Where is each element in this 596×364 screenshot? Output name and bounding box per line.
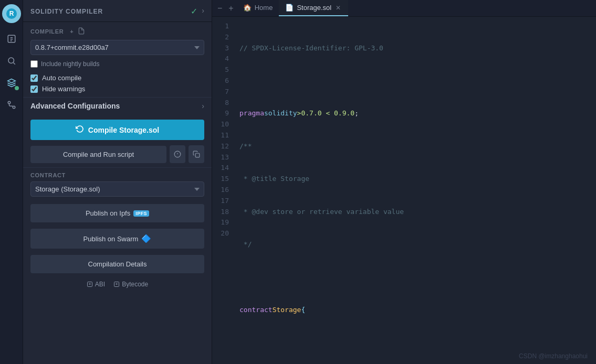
svg-point-3 [8, 58, 14, 63]
code-line-2 [239, 76, 590, 87]
code-line-4: /** [239, 141, 590, 152]
home-tab-icon: 🏠 [243, 4, 252, 12]
abi-link[interactable]: ABI [87, 281, 105, 288]
compile-run-label: Compile and Run script [63, 151, 134, 158]
editor-area[interactable]: 12345 678910 1112131415 1617181920 // SP… [212, 17, 596, 364]
compilation-details-button[interactable]: Compilation Details [30, 255, 204, 273]
publish-ipfs-button[interactable]: Publish on Ipfs IPFS [30, 204, 204, 222]
compiler-section-label: COMPILER + [23, 22, 212, 38]
tab-home[interactable]: 🏠 Home [237, 0, 279, 16]
hide-warnings-checkbox[interactable] [30, 85, 38, 93]
active-badge [15, 86, 19, 90]
icon-rail: R [0, 0, 23, 364]
compiler-version-select[interactable]: 0.8.7+commit.e28d00a70.8.6+commit.11564f… [30, 40, 204, 55]
checkboxes-section: Auto compile Hide warnings [23, 72, 212, 97]
line-numbers: 12345 678910 1112131415 1617181920 [212, 17, 233, 364]
home-tab-label: Home [255, 4, 273, 12]
file-icon[interactable] [78, 27, 85, 36]
swarm-icon: 🔷 [141, 234, 151, 243]
solidity-icon[interactable] [2, 73, 21, 92]
svg-point-6 [13, 106, 15, 109]
bytecode-label: Bytecode [122, 281, 148, 288]
publish-swarm-label: Publish on Swarm [83, 235, 139, 243]
code-line-9: contract Storage { [239, 305, 590, 316]
search-icon[interactable] [2, 51, 21, 70]
app-logo[interactable]: R [2, 4, 21, 23]
code-line-6: * @dev store or retrieve variable value [239, 207, 590, 218]
info-button[interactable] [170, 145, 185, 163]
panel-header-icons: ✓ › [191, 6, 204, 16]
advanced-label: Advanced Configurations [30, 102, 120, 110]
compile-button-label: Compile Storage.sol [88, 126, 159, 134]
svg-text:R: R [9, 10, 14, 17]
file-tab-icon: 📄 [285, 4, 294, 12]
close-tab-icon[interactable]: ✕ [334, 4, 342, 12]
check-icon[interactable]: ✓ [191, 6, 197, 16]
svg-rect-10 [195, 153, 200, 157]
left-panel: SOLIDITY COMPILER ✓ › COMPILER + 0.8.7+c… [23, 0, 212, 364]
code-content[interactable]: // SPDX-License-Identifier: GPL-3.0 prag… [233, 17, 596, 364]
compile-button[interactable]: Compile Storage.sol [30, 120, 204, 140]
auto-compile-checkbox[interactable] [30, 74, 38, 82]
auto-compile-row: Auto compile [30, 74, 204, 82]
compile-icon [76, 125, 84, 135]
zoom-out-button[interactable]: − [214, 2, 225, 15]
publish-ipfs-label: Publish on Ipfs [86, 209, 130, 217]
ipfs-badge: IPFS [133, 210, 149, 217]
auto-compile-label: Auto compile [42, 74, 81, 82]
copy-button[interactable] [189, 145, 204, 163]
right-panel: − + 🏠 Home 📄 Storage.sol ✕ 12345 678910 … [212, 0, 596, 364]
nightly-row: Include nightly builds [23, 58, 212, 72]
contract-label: CONTRACT [30, 172, 204, 178]
files-icon[interactable] [2, 29, 21, 48]
panel-title: SOLIDITY COMPILER [30, 8, 103, 15]
chevron-right-icon: › [202, 102, 204, 110]
compile-run-button[interactable]: Compile and Run script [30, 146, 166, 163]
code-line-1: // SPDX-License-Identifier: GPL-3.0 [239, 43, 590, 54]
publish-swarm-button[interactable]: Publish on Swarm 🔷 [30, 229, 204, 249]
code-line-10 [239, 337, 590, 348]
git-icon[interactable] [2, 95, 21, 114]
svg-point-5 [8, 101, 11, 104]
advanced-configurations-row[interactable]: Advanced Configurations › [23, 97, 212, 114]
nightly-checkbox[interactable] [30, 60, 38, 68]
code-line-7: */ [239, 239, 590, 250]
zoom-in-button[interactable]: + [225, 2, 236, 15]
tab-storage-sol[interactable]: 📄 Storage.sol ✕ [279, 0, 348, 16]
panel-header: SOLIDITY COMPILER ✓ › [23, 0, 212, 22]
abi-row: ABI Bytecode [23, 276, 212, 292]
code-line-3: pragma solidity >0.7.0 < 0.9.0; [239, 108, 590, 119]
contract-select[interactable]: Storage (Storage.sol) [30, 181, 204, 197]
tab-bar: − + 🏠 Home 📄 Storage.sol ✕ [212, 0, 596, 17]
forward-icon[interactable]: › [202, 6, 204, 16]
hide-warnings-label: Hide warnings [42, 85, 85, 93]
compilation-details-label: Compilation Details [88, 260, 147, 268]
watermark: CSDN @imzhanghaohui [519, 352, 588, 360]
compile-run-row: Compile and Run script [30, 145, 204, 163]
code-line-5: * @title Storage [239, 174, 590, 185]
add-compiler-icon[interactable]: + [70, 28, 74, 35]
contract-section: CONTRACT Storage (Storage.sol) [23, 167, 212, 199]
compiler-select-wrap: 0.8.7+commit.e28d00a70.8.6+commit.11564f… [23, 38, 212, 58]
code-line-8 [239, 272, 590, 283]
nightly-label: Include nightly builds [41, 60, 99, 68]
svg-line-4 [13, 62, 15, 64]
storage-tab-label: Storage.sol [297, 4, 331, 12]
abi-label: ABI [95, 281, 105, 288]
bytecode-link[interactable]: Bytecode [113, 281, 148, 288]
hide-warnings-row: Hide warnings [30, 85, 204, 93]
